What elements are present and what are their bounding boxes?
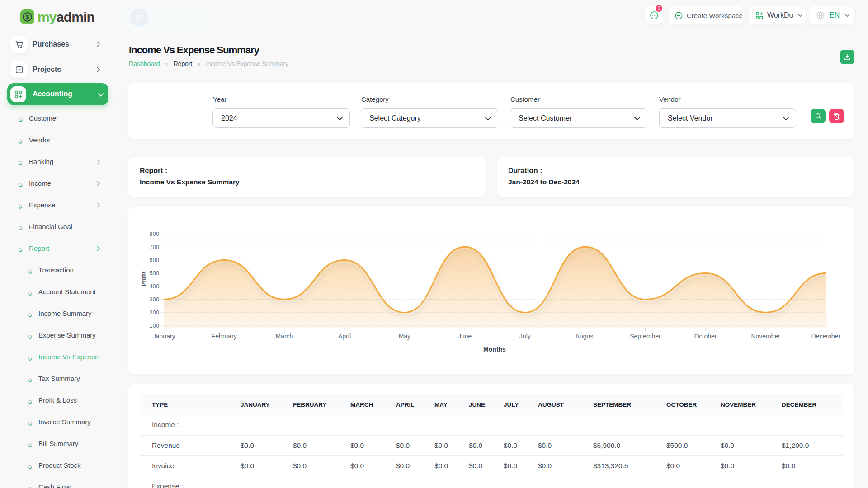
svg-text:700: 700: [149, 244, 159, 250]
svg-text:Months: Months: [483, 346, 506, 353]
svg-text:January: January: [153, 333, 175, 340]
svg-text:September: September: [630, 333, 661, 340]
svg-text:April: April: [338, 333, 351, 340]
svg-text:800: 800: [149, 230, 159, 237]
svg-text:$: $: [26, 14, 29, 20]
svg-text:200: 200: [149, 309, 159, 316]
svg-text:400: 400: [149, 283, 159, 290]
svg-text:600: 600: [149, 257, 159, 263]
svg-text:Profit: Profit: [141, 271, 147, 286]
svg-text:March: March: [275, 333, 293, 340]
svg-text:May: May: [399, 333, 410, 340]
svg-text:February: February: [212, 333, 237, 340]
svg-text:June: June: [458, 333, 472, 340]
svg-text:November: November: [751, 333, 780, 340]
svg-text:500: 500: [149, 270, 159, 277]
svg-text:October: October: [694, 333, 717, 340]
svg-text:300: 300: [149, 296, 159, 303]
svg-text:100: 100: [149, 322, 159, 329]
svg-text:July: July: [519, 333, 531, 340]
svg-text:December: December: [811, 333, 841, 340]
svg-text:August: August: [576, 333, 595, 340]
